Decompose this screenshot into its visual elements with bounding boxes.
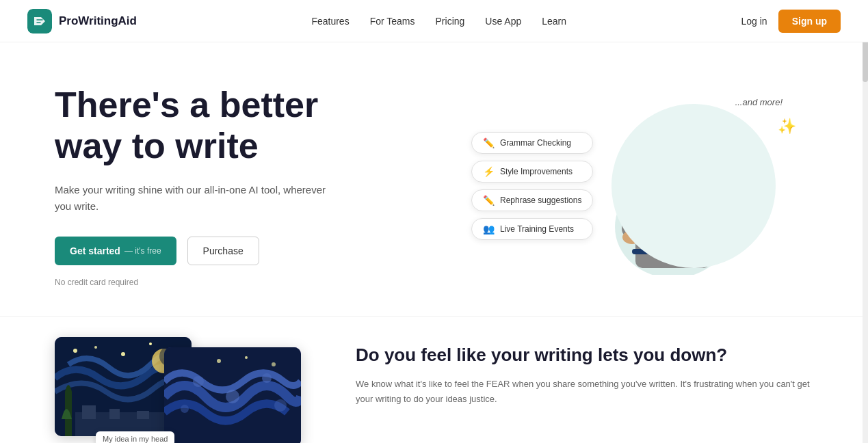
hero-illustration: ...and more! ✨ [605, 90, 776, 282]
free-tag: — it's free [124, 246, 161, 256]
hero-cta: Get started — it's free Purchase [55, 237, 438, 265]
logo-icon [27, 9, 52, 33]
svg-point-18 [73, 349, 77, 353]
svg-rect-26 [82, 405, 96, 419]
people-icon: 👥 [483, 224, 495, 234]
no-credit-card-text: No credit card required [55, 278, 438, 287]
svg-point-31 [226, 390, 239, 403]
second-section-heading: Do you feel like your writing lets you d… [356, 344, 813, 367]
pen-icon: ✏️ [483, 195, 495, 206]
nav-learn[interactable]: Learn [542, 16, 566, 27]
nav-for-teams[interactable]: For Teams [370, 16, 415, 27]
svg-point-30 [193, 376, 204, 387]
svg-point-35 [217, 359, 221, 363]
lightning-icon: ⚡ [483, 166, 495, 177]
svg-rect-27 [109, 409, 120, 419]
svg-rect-28 [137, 411, 149, 419]
svg-point-21 [149, 343, 152, 345]
pill-style-improvements: ⚡ Style Improvements [471, 161, 593, 183]
svg-point-33 [181, 405, 189, 413]
bg-circle [611, 104, 776, 268]
svg-point-36 [245, 356, 248, 359]
painting-card-front [164, 347, 301, 443]
second-section-body: We know what it's like to feel the FEAR … [356, 377, 813, 407]
hero-subtext: Make your writing shine with our all-in-… [55, 182, 328, 215]
nav-use-app[interactable]: Use App [485, 16, 521, 27]
purchase-button[interactable]: Purchase [187, 237, 259, 265]
login-button[interactable]: Log in [741, 16, 767, 27]
svg-point-20 [121, 352, 125, 356]
brand-name: ProWritingAid [59, 14, 137, 28]
navbar-actions: Log in Sign up [741, 10, 841, 33]
feature-pills: ✏️ Grammar Checking ⚡ Style Improvements… [471, 132, 593, 240]
hero-section: There's a better way to write Make your … [0, 42, 868, 316]
pill-rephrase-suggestions: ✏️ Rephrase suggestions [471, 189, 593, 211]
logo[interactable]: ProWritingAid [27, 9, 137, 33]
hero-right: ✏️ Grammar Checking ⚡ Style Improvements… [471, 83, 813, 288]
nav-features[interactable]: Features [311, 16, 349, 27]
hero-heading: There's a better way to write [55, 85, 438, 167]
svg-point-37 [272, 362, 276, 366]
signup-button[interactable]: Sign up [778, 10, 841, 33]
svg-point-34 [274, 399, 287, 412]
and-more-label: ...and more! [735, 97, 782, 107]
scrollbar[interactable] [863, 0, 868, 443]
pill-grammar-checking: ✏️ Grammar Checking [471, 132, 593, 154]
second-section-right: Do you feel like your writing lets you d… [356, 337, 813, 407]
get-started-button[interactable]: Get started — it's free [55, 237, 176, 265]
pencil-icon: ✏️ [483, 137, 495, 148]
sparkle-icon: ✨ [778, 118, 796, 135]
nav-pricing[interactable]: Pricing [436, 16, 465, 27]
second-section-left: My idea in my head [55, 337, 315, 443]
svg-point-19 [94, 346, 97, 349]
pill-live-training: 👥 Live Training Events [471, 218, 593, 240]
nav-links: Features For Teams Pricing Use App Learn [311, 16, 566, 27]
navbar: ProWritingAid Features For Teams Pricing… [0, 0, 868, 42]
second-section: My idea in my head Do you feel like your… [0, 316, 868, 443]
svg-point-32 [262, 373, 272, 383]
hero-left: There's a better way to write Make your … [55, 85, 438, 287]
idea-bubble: My idea in my head [96, 431, 174, 443]
painting-stack: My idea in my head [55, 337, 287, 443]
